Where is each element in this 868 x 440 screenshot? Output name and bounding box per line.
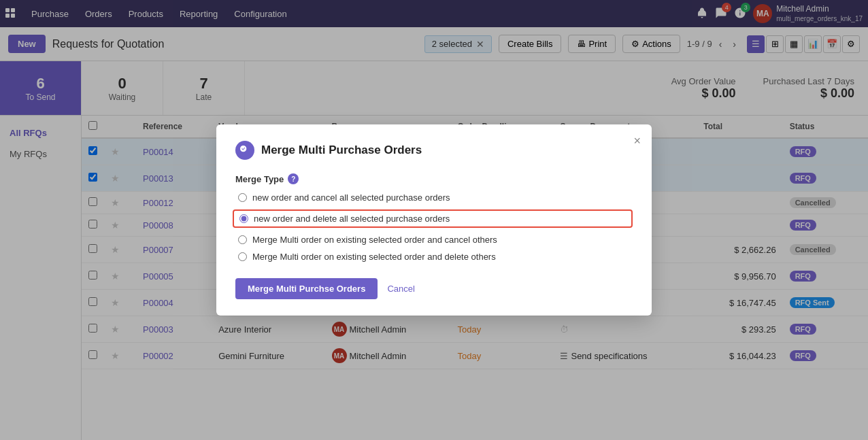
merge-option-2-label: new order and delete all selected purcha…	[254, 214, 450, 224]
merge-option-2[interactable]: new order and delete all selected purcha…	[233, 209, 633, 228]
merge-option-3-label: Merge Multi order on existing selected o…	[252, 235, 497, 245]
cancel-modal-button[interactable]: Cancel	[384, 278, 417, 299]
modal-overlay: Merge Multi Purchase Orders × Merge Type…	[0, 0, 868, 440]
merge-option-1[interactable]: new order and cancel all selected purcha…	[238, 192, 633, 203]
merge-type-label: Merge Type ?	[235, 173, 633, 184]
help-icon[interactable]: ?	[288, 173, 299, 184]
merge-options: new order and cancel all selected purcha…	[238, 192, 633, 262]
merge-option-3-radio[interactable]	[238, 235, 247, 244]
merge-option-1-label: new order and cancel all selected purcha…	[252, 192, 450, 203]
modal-header: Merge Multi Purchase Orders	[235, 141, 633, 160]
merge-option-2-radio[interactable]	[239, 214, 248, 223]
merge-modal: Merge Multi Purchase Orders × Merge Type…	[216, 124, 652, 316]
modal-close-button[interactable]: ×	[633, 134, 641, 148]
confirm-merge-button[interactable]: Merge Multi Purchse Orders	[235, 278, 378, 299]
modal-title: Merge Multi Purchase Orders	[261, 143, 422, 157]
modal-footer: Merge Multi Purchse Orders Cancel	[235, 278, 633, 299]
merge-option-3[interactable]: Merge Multi order on existing selected o…	[238, 235, 633, 245]
modal-icon	[235, 141, 254, 160]
merge-option-1-radio[interactable]	[238, 193, 247, 202]
merge-option-4[interactable]: Merge Multi order on existing selected o…	[238, 252, 633, 262]
merge-option-4-radio[interactable]	[238, 252, 247, 261]
merge-option-4-label: Merge Multi order on existing selected o…	[252, 252, 496, 262]
